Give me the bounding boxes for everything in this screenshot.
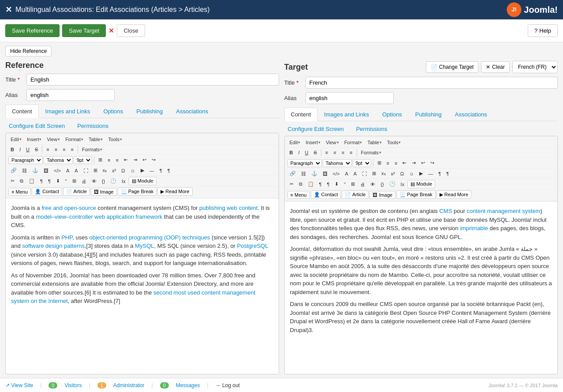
anchor-btn[interactable]: ⚓ — [30, 166, 41, 175]
tgt-redo-btn[interactable]: ↪ — [428, 159, 436, 167]
close-x-button[interactable]: ✕ — [108, 26, 114, 35]
clock-btn[interactable]: 🕐 — [108, 177, 119, 185]
unlink-btn[interactable]: ⛓ — [20, 167, 29, 175]
tgt-outdent-btn[interactable]: ⇤ — [400, 159, 409, 167]
reference-alias-input[interactable] — [26, 89, 115, 101]
image-insert-btn[interactable]: 🖼 Image — [91, 188, 117, 196]
tgt-view-menu-btn[interactable]: View ▾ — [324, 138, 341, 146]
tgt-link-btn[interactable]: 🔗 — [287, 169, 298, 178]
tgt-bold-btn[interactable]: B — [287, 149, 295, 157]
change-target-button[interactable]: 📄 Change Target — [426, 61, 479, 73]
tgt-blockquote-btn[interactable]: " — [342, 180, 348, 188]
permissions-link[interactable]: Permissions — [74, 122, 112, 130]
source-btn[interactable]: ⬇ — [54, 177, 62, 185]
tab-target-content[interactable]: Content — [284, 108, 318, 121]
readmore-btn[interactable]: ▶ Read More — [157, 187, 192, 196]
print-btn[interactable]: 🖨 — [79, 177, 89, 185]
tgt-format-menu-btn[interactable]: Format ▾ — [342, 138, 365, 146]
tgt-showblocks2-btn[interactable]: ¶ — [324, 180, 332, 188]
align-justify-btn[interactable]: ≡ — [69, 146, 76, 153]
tgt-anchor-btn[interactable]: ⚓ — [309, 169, 320, 178]
tgt-code-btn[interactable]: </> — [331, 170, 342, 178]
module-btn[interactable]: ▤ Module — [129, 177, 157, 185]
insert-menu-btn[interactable]: Insert ▾ — [25, 135, 44, 143]
target-editor-content[interactable]: Joomla! est un système de gestion de con… — [285, 202, 558, 374]
target-permissions-link[interactable]: Permissions — [353, 125, 391, 133]
spellcheck-btn[interactable]: {} — [100, 177, 107, 185]
admin-link[interactable]: Administrator — [113, 382, 145, 388]
paragraph-select[interactable]: Paragraph — [8, 156, 43, 164]
tgt-image-insert-btn[interactable]: 🖼 Image — [369, 191, 395, 199]
tgt-font-select[interactable]: Tahoma — [323, 159, 352, 167]
tgt-emoticon-btn[interactable]: ☺ — [407, 170, 416, 178]
media-btn[interactable]: ▶ — [138, 166, 146, 175]
tgt-clock-btn[interactable]: 🕐 — [387, 180, 398, 188]
language-select[interactable]: French (FR) — [512, 61, 558, 73]
preview-btn[interactable]: ⊞ — [70, 177, 78, 185]
copy-btn[interactable]: ⧉ — [18, 177, 26, 185]
image-btn[interactable]: 🖼 — [41, 167, 51, 175]
showblocks-btn[interactable]: ¶ — [38, 177, 45, 185]
target-configure-edit-screen-link[interactable]: Configure Edit Screen — [284, 125, 347, 133]
code-btn[interactable]: </> — [52, 167, 63, 175]
tgt-rtl-btn[interactable]: ¶ — [436, 170, 443, 178]
table-menu-btn[interactable]: Table ▾ — [86, 135, 105, 143]
tgt-table-menu-btn[interactable]: Table ▾ — [365, 138, 384, 146]
tgt-ol-btn[interactable]: ≡ — [392, 159, 399, 167]
tgt-edit-menu-btn[interactable]: Edit ▾ — [287, 138, 303, 146]
messages-link[interactable]: Messages — [176, 382, 200, 388]
bold-btn[interactable]: B — [8, 146, 16, 153]
tgt-indent-btn[interactable]: ⇥ — [410, 159, 418, 167]
cut-btn[interactable]: ✂ — [8, 177, 17, 185]
tab-reference-publishing[interactable]: Publishing — [130, 105, 169, 118]
tgt-fullscreen-btn[interactable]: ⛶ — [360, 170, 369, 178]
ltr-btn[interactable]: ¶ — [165, 167, 172, 175]
edit-menu-btn[interactable]: Edit ▾ — [8, 135, 24, 143]
fullscreen-btn[interactable]: ⛶ — [81, 167, 90, 175]
tgt-menu-btn[interactable]: ≡ Menu — [287, 191, 310, 199]
close-button[interactable]: Close — [117, 24, 145, 37]
tgt-showblocks-btn[interactable]: ¶ — [317, 180, 324, 188]
table-insert-btn[interactable]: ⊞ — [91, 166, 100, 175]
font-select[interactable]: Tahoma — [44, 156, 73, 164]
tgt-table-insert-btn[interactable]: ⊞ — [370, 169, 378, 178]
showblocks2-btn[interactable]: ¶ — [46, 177, 53, 185]
tgt-unlink-btn[interactable]: ⛓ — [299, 170, 308, 178]
tgt-spellcheck-btn[interactable]: {} — [378, 180, 386, 188]
tgt-print-btn[interactable]: 🖨 — [358, 180, 367, 188]
tgt-paragraph-select[interactable]: Paragraph — [287, 159, 322, 167]
target-alias-input[interactable] — [306, 92, 394, 104]
redo-btn[interactable]: ↪ — [149, 156, 158, 164]
tgt-italic-btn[interactable]: I — [296, 149, 302, 157]
tab-target-options[interactable]: Options — [376, 108, 409, 121]
tgt-bgcolor-btn[interactable]: A — [351, 170, 359, 178]
reference-editor-content[interactable]: Joomla is a free and open-source content… — [6, 198, 279, 374]
special-btn[interactable]: Ω — [119, 167, 127, 175]
tgt-strikethrough-btn[interactable]: S — [311, 149, 319, 157]
save-target-button[interactable]: Save Target — [62, 24, 106, 37]
ul-btn[interactable]: ≡ — [105, 156, 112, 164]
bgcolor-btn[interactable]: A — [72, 167, 80, 175]
tgt-special-btn[interactable]: Ω — [398, 170, 406, 178]
tgt-paste-btn[interactable]: 📋 — [306, 180, 316, 188]
reference-title-input[interactable] — [26, 74, 279, 86]
tgt-align-left-btn[interactable]: ≡ — [323, 149, 330, 157]
superscript-btn[interactable]: x² — [110, 167, 118, 175]
tgt-article-btn[interactable]: 📄 Article — [342, 190, 369, 199]
tgt-tools-menu-btn[interactable]: Tools ▾ — [385, 138, 403, 146]
ol-btn[interactable]: ≡ — [113, 156, 120, 164]
save-reference-button[interactable]: Save Reference — [5, 24, 60, 37]
tgt-underline-btn[interactable]: U — [303, 149, 311, 157]
hide-reference-button[interactable]: Hide Reference — [5, 46, 52, 56]
formats-dropdown-btn[interactable]: Formats ▾ — [80, 146, 104, 153]
removeformat-btn[interactable]: Ix — [119, 177, 128, 185]
emoticon-btn[interactable]: ☺ — [128, 167, 138, 175]
underline-btn[interactable]: U — [24, 146, 32, 153]
tgt-removeformat-btn[interactable]: Ix — [399, 180, 407, 188]
tgt-align-right-btn[interactable]: ≡ — [339, 149, 347, 157]
indent-btn[interactable]: ⇥ — [131, 156, 139, 164]
tgt-pagebreak-btn[interactable]: 📃 Page Break — [396, 190, 436, 199]
view-site-link[interactable]: ↗ View Site — [5, 382, 33, 388]
target-title-input[interactable] — [306, 77, 558, 89]
tgt-media-btn[interactable]: ▶ — [417, 169, 425, 178]
